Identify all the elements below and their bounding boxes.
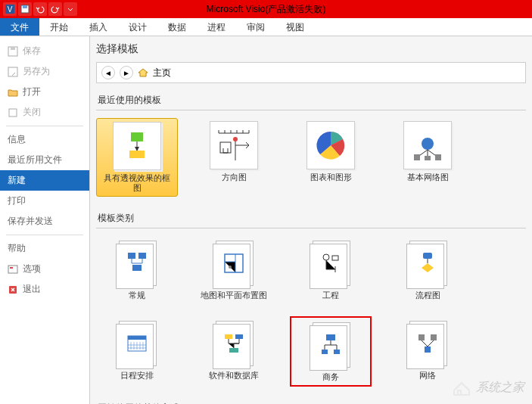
svg-point-14 [233,137,238,141]
tpl-label: 日程安排 [120,371,154,381]
svg-rect-36 [418,334,425,340]
redo-icon[interactable] [48,2,62,16]
tab-insert[interactable]: 插入 [79,18,118,36]
tpl-label: 网络 [419,371,436,381]
tpl-general[interactable]: 常规 [96,236,178,303]
svg-rect-30 [225,334,232,339]
breadcrumb-home[interactable]: 主页 [153,67,171,79]
svg-rect-26 [332,256,338,260]
svg-rect-11 [131,132,143,141]
save-icon [8,46,18,57]
tpl-label: 软件和数据库 [209,371,259,381]
tpl-business[interactable]: 商务 [290,316,372,387]
svg-rect-19 [435,154,441,160]
sidebar-label: 新建 [8,174,26,187]
home-icon[interactable] [138,67,148,78]
close-icon [8,107,18,118]
tpl-label: 地图和平面布置图 [201,291,267,300]
svg-rect-35 [334,350,340,354]
saveas-icon [8,67,18,77]
sidebar-label: 保存 [23,45,41,57]
options-icon [8,264,18,275]
tpl-software[interactable]: 软件和数据库 [193,316,275,387]
category-templates: 常规 地图和平面布置图 工程 流程图 日程安排 软件和数据库 [96,236,526,386]
window-title: Microsoft Visio(产品激活失败) [207,3,326,16]
tpl-network-cat[interactable]: 网络 [387,316,468,387]
svg-rect-33 [326,334,335,340]
sidebar-save[interactable]: 保存 [0,41,89,61]
svg-rect-12 [129,151,145,158]
sidebar-save-send[interactable]: 保存并发送 [0,211,89,232]
backstage-sidebar: 保存 另存为 打开 关闭 信息 最近所用文件 新建 打印 保存并发送 帮助 选项… [0,36,89,404]
sidebar-label: 帮助 [8,242,26,255]
qat-dropdown-icon[interactable] [64,2,77,16]
svg-point-16 [422,138,434,150]
tab-home[interactable]: 开始 [39,18,79,36]
sidebar-label: 关闭 [23,106,41,119]
sidebar-open[interactable]: 打开 [0,82,89,102]
tpl-floorplan[interactable]: 地图和平面布置图 [193,236,275,303]
tpl-label: 方向图 [222,172,247,182]
tab-file[interactable]: 文件 [0,18,39,36]
nav-forward-button[interactable]: ► [120,66,133,79]
sidebar-print[interactable]: 打印 [0,191,89,211]
svg-text:V: V [8,5,13,14]
tpl-network[interactable]: 基本网络图 [387,118,468,197]
section-other-label: 开始使用的其他方式 [96,397,526,404]
svg-rect-22 [132,265,142,271]
sidebar-exit[interactable]: 退出 [0,279,89,300]
svg-rect-20 [128,253,135,259]
sidebar-new[interactable]: 新建 [0,170,89,191]
tpl-label: 流程图 [415,291,440,300]
sidebar-label: 最近所用文件 [8,154,62,166]
tpl-label: 商务 [322,372,339,382]
svg-rect-17 [414,154,420,160]
sidebar-label: 信息 [8,133,26,146]
sidebar-info[interactable]: 信息 [0,129,89,150]
tpl-label: 具有透视效果的框图 [100,173,174,193]
sidebar-label: 另存为 [23,65,50,78]
tpl-schedule[interactable]: 日程安排 [96,316,178,387]
tab-view[interactable]: 视图 [275,18,315,36]
tpl-flowchart[interactable]: 流程图 [387,236,468,303]
tpl-label: 常规 [129,291,145,300]
sidebar-label: 打开 [23,85,41,98]
sidebar-options[interactable]: 选项 [0,259,89,279]
tab-review[interactable]: 审阅 [236,18,275,36]
tab-data[interactable]: 数据 [157,18,197,36]
undo-icon[interactable] [33,2,47,16]
sidebar-label: 打印 [8,194,26,207]
tpl-label: 基本网络图 [407,172,449,182]
svg-rect-18 [425,156,431,160]
section-categories-label: 模板类别 [96,207,526,228]
sidebar-help[interactable]: 帮助 [0,238,89,259]
tpl-engineering[interactable]: 工程 [290,236,372,303]
sidebar-label: 保存并发送 [8,215,53,228]
ribbon-tabs: 文件 开始 插入 设计 数据 进程 审阅 视图 [0,18,532,36]
tab-process[interactable]: 进程 [197,18,236,36]
svg-rect-37 [431,334,437,340]
svg-rect-34 [322,350,328,354]
sidebar-saveas[interactable]: 另存为 [0,61,89,82]
svg-rect-5 [11,47,15,50]
tpl-piechart[interactable]: 图表和图形 [290,118,372,197]
breadcrumb: ◄ ► 主页 [96,62,526,83]
tab-design[interactable]: 设计 [118,18,157,36]
sidebar-close[interactable]: 关闭 [0,102,89,123]
tpl-label: 工程 [322,291,339,300]
sidebar-label: 选项 [23,263,41,275]
svg-rect-27 [423,253,432,259]
svg-rect-13 [220,142,231,153]
folder-open-icon [8,87,18,98]
recent-templates: 具有透视效果的框图 方向图 图表和图形 基本网络图 [96,118,526,197]
svg-rect-32 [229,348,238,353]
quick-access-toolbar: V [0,2,80,16]
save-icon[interactable] [18,2,32,16]
nav-back-button[interactable]: ◄ [101,66,115,79]
tpl-block3d[interactable]: 具有透视效果的框图 [96,118,178,197]
tpl-direction[interactable]: 方向图 [193,118,275,197]
svg-rect-38 [425,347,431,353]
content-area: 选择模板 ◄ ► 主页 最近使用的模板 具有透视效果的框图 方向图 图表和图形 [89,36,532,404]
sidebar-recent[interactable]: 最近所用文件 [0,150,89,170]
visio-app-icon[interactable]: V [3,2,17,16]
